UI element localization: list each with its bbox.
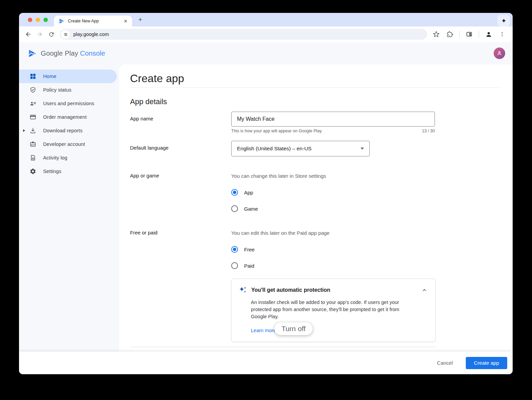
radio-label: Free [244, 247, 255, 252]
radio-icon[interactable] [231, 262, 238, 269]
collapse-card-button[interactable] [420, 286, 428, 294]
reload-button[interactable] [45, 28, 57, 40]
app-name-label: App name [130, 112, 231, 133]
section-title: App details [130, 97, 502, 107]
toolbar-divider [479, 31, 479, 38]
app-or-game-label: App or game [130, 173, 231, 212]
google-play-console-logo[interactable]: Google Play Console [28, 49, 105, 58]
radio-option-free[interactable]: Free [231, 246, 330, 253]
radio-option-app[interactable]: App [231, 189, 326, 196]
google-play-favicon-icon [59, 18, 65, 24]
back-arrow-icon [25, 31, 32, 38]
account-avatar[interactable] [494, 47, 505, 59]
sidebar-item-policy-status[interactable]: Policy status [19, 83, 119, 97]
sidebar-item-users-permissions[interactable]: Users and permissions [19, 97, 119, 110]
window-controls [19, 18, 54, 22]
download-icon [29, 127, 37, 134]
bookmark-button[interactable] [430, 28, 442, 40]
tab-close-icon[interactable]: ✕ [123, 18, 129, 24]
free-or-paid-note: You can edit this later on the Paid app … [231, 230, 330, 236]
radio-option-game[interactable]: Game [231, 205, 326, 212]
sidebar-item-label: Settings [43, 169, 61, 174]
learn-more-link[interactable]: Learn more [251, 328, 276, 333]
users-icon [29, 100, 37, 107]
avatar-person-icon [496, 50, 502, 56]
sidebar-nav: Home Policy status [19, 64, 119, 351]
turn-off-button[interactable]: Turn off [274, 322, 313, 335]
app-name-char-counter: 13 / 30 [422, 129, 435, 133]
browser-menu-button[interactable] [496, 28, 508, 40]
sidebar-item-download-reports[interactable]: Download reports [19, 124, 119, 137]
create-app-button[interactable]: Create app [466, 357, 507, 369]
gear-icon [29, 168, 37, 175]
radio-label: Paid [244, 263, 254, 269]
browser-tab[interactable]: Create New App ✕ [54, 16, 132, 26]
search-tabs-button[interactable] [463, 28, 475, 40]
logo-text-console: Console [80, 50, 105, 57]
sparkle-icon [501, 18, 507, 23]
sidebar-item-settings[interactable]: Settings [19, 165, 119, 178]
default-language-select[interactable]: English (United States) – en-US [231, 141, 370, 156]
protection-card-title: You'll get automatic protection [251, 287, 420, 293]
shield-check-icon [29, 86, 37, 94]
new-tab-button[interactable]: + [135, 15, 145, 24]
url-text: play.google.com [73, 32, 109, 37]
sidebar-item-developer-account[interactable]: Developer account [19, 137, 119, 151]
extensions-button[interactable] [444, 28, 456, 40]
document-icon [29, 154, 37, 161]
chevron-up-icon [422, 287, 427, 293]
sidebar-item-label: Users and permissions [43, 101, 94, 106]
window-search-icon [466, 31, 473, 38]
footer-action-bar: Cancel Create app [19, 351, 513, 374]
profile-button[interactable] [483, 28, 494, 40]
minimize-window-button[interactable] [36, 18, 40, 22]
app-or-game-note: You can change this later in Store setti… [231, 173, 326, 179]
logo-text-google-play: Google Play [41, 50, 78, 57]
console-header: Google Play Console [19, 42, 513, 64]
browser-window: Create New App ✕ + pl [19, 13, 513, 374]
radio-label: App [244, 190, 253, 195]
cancel-button[interactable]: Cancel [430, 357, 460, 368]
title-divider [130, 88, 502, 88]
default-language-label: Default language [130, 141, 231, 156]
default-language-value: English (United States) – en-US [237, 146, 312, 152]
reload-icon [48, 31, 55, 38]
forward-button[interactable] [34, 28, 45, 40]
page-title: Create app [130, 71, 502, 86]
app-name-input[interactable] [231, 112, 435, 127]
radio-icon[interactable] [231, 246, 238, 253]
sidebar-item-label: Policy status [43, 87, 71, 93]
free-or-paid-label: Free or paid [130, 230, 231, 269]
fullscreen-window-button[interactable] [43, 18, 48, 22]
radio-option-paid[interactable]: Paid [231, 262, 330, 269]
sidebar-item-label: Order management [43, 114, 87, 120]
puzzle-icon [447, 31, 453, 38]
sparkle-icon [238, 286, 247, 294]
app-name-helper-text: This is how your app will appear on Goog… [231, 129, 322, 133]
badge-icon [29, 140, 37, 148]
main-panel: Create app App details App name This is … [119, 64, 513, 351]
site-settings-chip[interactable] [61, 30, 70, 39]
credit-card-icon [29, 113, 37, 121]
sidebar-item-activity-log[interactable]: Activity log [19, 151, 119, 165]
url-bar[interactable]: play.google.com [60, 29, 427, 40]
tab-title: Create New App [68, 19, 123, 23]
close-window-button[interactable] [28, 18, 32, 22]
sidebar-item-order-management[interactable]: Order management [19, 110, 119, 124]
kebab-menu-icon [499, 31, 505, 37]
sidebar-item-label: Home [43, 74, 56, 79]
toolbar-divider [459, 31, 460, 38]
radio-icon[interactable] [231, 189, 238, 196]
back-button[interactable] [22, 28, 34, 40]
person-icon [485, 31, 492, 38]
expand-caret-icon[interactable] [23, 129, 25, 132]
tab-strip: Create New App ✕ + [19, 13, 513, 26]
sidebar-item-home[interactable]: Home [19, 70, 117, 83]
content-bottom-divider [130, 347, 436, 347]
play-logo-icon [28, 49, 37, 58]
protection-card-body: An installer check will be added to your… [251, 299, 410, 320]
grid-icon [29, 73, 37, 80]
chrome-sparkle-button[interactable] [497, 15, 510, 26]
radio-icon[interactable] [231, 205, 238, 212]
browser-toolbar: play.google.com [19, 26, 513, 42]
